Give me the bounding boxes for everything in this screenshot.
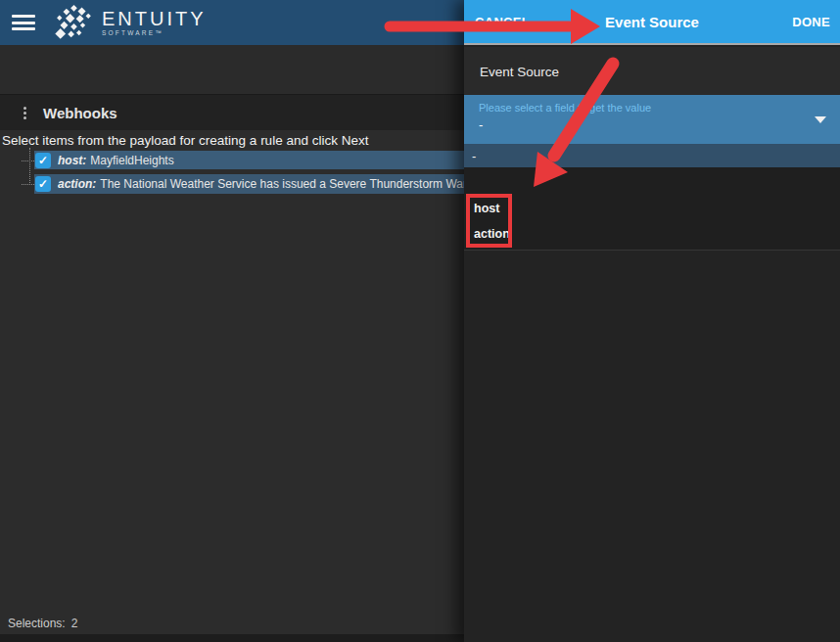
payload-item-row-host[interactable]: host: MayfieldHeights — [34, 151, 464, 169]
dropdown-option-dash[interactable]: - — [464, 144, 840, 167]
tree-connector-line — [22, 160, 34, 161]
payload-key: action: — [58, 177, 96, 191]
event-source-dialog: CANCEL Event Source DONE Event Source Pl… — [464, 0, 840, 642]
field-select-value: - — [479, 117, 483, 132]
entuity-logo-icon — [53, 4, 94, 41]
dropdown-caret-icon — [815, 116, 826, 123]
app-screen: ENTUITY SOFTWARE™ Webhooks Select items … — [0, 0, 840, 642]
kebab-menu-icon[interactable] — [23, 107, 26, 119]
toolbar-area — [0, 45, 464, 94]
done-button[interactable]: DONE — [792, 15, 830, 29]
option-label: host — [474, 202, 499, 215]
bottom-edge-strip — [0, 634, 464, 642]
instruction-text: Select items from the payload for creati… — [2, 133, 368, 148]
field-select-label: Please select a field to get the value — [479, 102, 651, 114]
field-select[interactable]: Please select a field to get the value - — [464, 95, 840, 144]
payload-key: host: — [58, 154, 86, 167]
selections-label: Selections: — [8, 617, 66, 630]
entuity-logo: ENTUITY SOFTWARE™ — [53, 4, 207, 41]
checkbox-checked-icon[interactable] — [35, 176, 51, 192]
tree-connector-line — [22, 184, 34, 185]
brand-name: ENTUITY — [102, 9, 207, 28]
checkbox-checked-icon[interactable] — [35, 153, 51, 168]
dropdown-option-host[interactable]: host — [464, 198, 840, 219]
dropdown-option-action[interactable]: action — [464, 223, 840, 245]
brand-subtitle: SOFTWARE™ — [102, 30, 207, 37]
webhooks-header-bar: Webhooks — [0, 94, 464, 130]
payload-tree-panel: Select items from the payload for creati… — [0, 130, 464, 642]
dialog-section-area: Event Source — [464, 47, 840, 95]
option-label: action — [474, 227, 510, 241]
payload-value: MayfieldHeights — [90, 154, 173, 167]
selections-status: Selections:2 — [8, 617, 77, 630]
dialog-header: CANCEL Event Source DONE — [464, 0, 840, 45]
hamburger-menu-icon[interactable] — [12, 15, 35, 30]
section-label: Event Source — [480, 65, 559, 79]
payload-item-row-action[interactable]: action: The National Weather Service has… — [34, 174, 464, 194]
payload-value: The National Weather Service has issued … — [100, 177, 464, 191]
tree-connector-line — [29, 148, 30, 185]
selections-count: 2 — [71, 617, 78, 630]
panel-title: Webhooks — [43, 105, 117, 121]
option-label: - — [472, 149, 476, 163]
app-top-bar: ENTUITY SOFTWARE™ — [0, 0, 464, 45]
dialog-title: Event Source — [464, 14, 840, 30]
